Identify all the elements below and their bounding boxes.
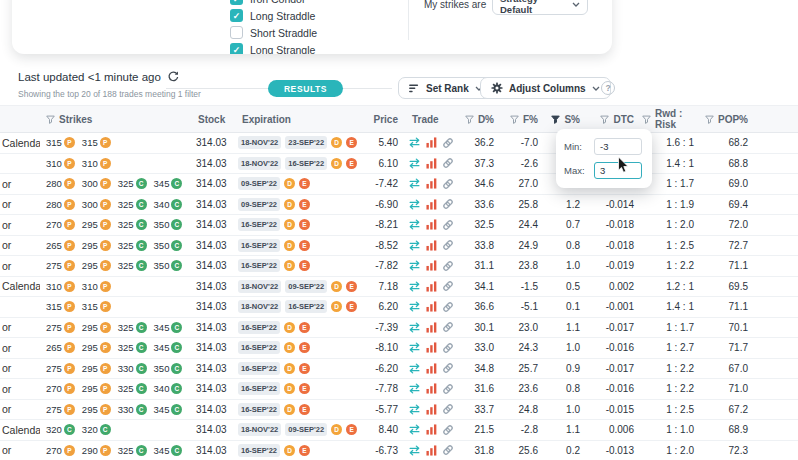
col-trade[interactable]: Trade [406,114,458,125]
table-row[interactable]: 315P315P 314.03 18-NOV'2216-SEP'22DE 6.2… [0,297,798,318]
table-row[interactable]: 310P310P 314.03 18-NOV'2216-SEP'22DE 6.1… [0,154,798,175]
chart-icon[interactable] [426,137,437,148]
chart-icon[interactable] [426,199,437,210]
table-row[interactable]: Calendar 310P310P 314.03 18-NOV'2209-SEP… [0,277,798,298]
help-icon[interactable]: ? [601,81,615,95]
link-icon[interactable] [442,137,454,149]
checkbox-unchecked-icon[interactable] [230,26,243,39]
strategy-checkbox-item[interactable]: ✓Iron Condor [230,0,305,5]
link-icon[interactable] [442,178,454,190]
link-icon[interactable] [442,198,454,210]
col-expiration[interactable]: Expiration [236,114,362,125]
chart-icon[interactable] [426,219,437,230]
results-tab[interactable]: RESULTS [268,80,343,97]
link-icon[interactable] [442,219,454,231]
checkbox-checked-icon[interactable]: ✓ [230,43,243,54]
chart-icon[interactable] [426,342,437,353]
trade-swap-icon[interactable] [408,240,421,251]
filter-icon-active[interactable] [551,115,560,124]
link-icon[interactable] [442,403,454,415]
table-row[interactable]: Calendar 315P315P 314.03 18-NOV'2223-SEP… [0,133,798,154]
link-icon[interactable] [442,362,454,374]
trade-swap-icon[interactable] [408,363,421,374]
link-icon[interactable] [442,383,454,395]
trade-swap-icon[interactable] [408,199,421,210]
min-input[interactable]: -3 [594,138,642,155]
table-row[interactable]: or 270P295P325C340C 314.03 16-SEP'22DE -… [0,379,798,400]
strikes-default-dropdown[interactable]: Strategy Default [492,0,588,15]
table-row[interactable]: or 275P295P330C345C 314.03 16-SEP'22DE -… [0,400,798,421]
col-d-pct[interactable]: D% [458,114,502,125]
chart-icon[interactable] [426,322,437,333]
link-icon[interactable] [442,321,454,333]
link-icon[interactable] [442,157,454,169]
chart-icon[interactable] [426,301,437,312]
table-row[interactable]: or 270P295P325C350C 314.03 16-SEP'22DE -… [0,215,798,236]
trade-swap-icon[interactable] [408,158,421,169]
table-row[interactable]: or 275P295P330C350C 314.03 16-SEP'22DE -… [0,359,798,380]
put-badge: P [64,199,75,210]
trade-swap-icon[interactable] [408,383,421,394]
chart-icon[interactable] [426,260,437,271]
link-icon[interactable] [442,239,454,251]
link-icon[interactable] [442,260,454,272]
table-row[interactable]: or 280P300P325C345C 314.03 09-SEP'22DE -… [0,174,798,195]
trade-swap-icon[interactable] [408,178,421,189]
trade-swap-icon[interactable] [408,445,421,456]
expiration-badge: 16-SEP'22 [238,444,280,457]
trade-swap-icon[interactable] [408,322,421,333]
table-row[interactable]: or 275P295P325C345C 314.03 16-SEP'22DE -… [0,318,798,339]
chart-icon[interactable] [426,383,437,394]
filter-icon[interactable] [705,115,714,124]
refresh-icon[interactable] [167,71,179,83]
link-icon[interactable] [442,342,454,354]
table-row[interactable]: or 280P300P325C340C 314.03 09-SEP'22DE -… [0,195,798,216]
col-rwd-risk[interactable]: Rwd : Risk [642,108,706,130]
chart-icon[interactable] [426,424,437,435]
trade-swap-icon[interactable] [408,342,421,353]
strategy-checkbox-item[interactable]: ✓Long Strangle [230,43,315,54]
link-icon[interactable] [442,424,454,436]
link-icon[interactable] [442,280,454,292]
chart-icon[interactable] [426,178,437,189]
checkbox-checked-icon[interactable]: ✓ [230,0,243,5]
adjust-columns-button[interactable]: Adjust Columns [480,77,611,99]
table-row[interactable]: or 265P295P325C350C 314.03 16-SEP'22DE -… [0,236,798,257]
col-stock[interactable]: Stock [192,114,236,125]
col-price[interactable]: Price [362,114,406,125]
trade-swap-icon[interactable] [408,424,421,435]
trade-swap-icon[interactable] [408,281,421,292]
strategy-checkbox-item[interactable]: Short Straddle [230,26,317,39]
trade-swap-icon[interactable] [408,219,421,230]
checkbox-checked-icon[interactable]: ✓ [230,9,243,22]
filter-icon[interactable] [465,115,474,124]
filter-icon[interactable] [600,115,609,124]
filter-icon[interactable] [642,115,651,124]
chart-icon[interactable] [426,240,437,251]
strategy-checkbox-item[interactable]: ✓Long Straddle [230,9,315,22]
chart-icon[interactable] [426,445,437,456]
trade-swap-icon[interactable] [408,404,421,415]
filter-icon[interactable] [46,115,55,124]
earnings-flag-icon: E [299,383,310,394]
chart-icon[interactable] [426,281,437,292]
table-row[interactable]: or 265P295P325C345C 314.03 16-SEP'22DE -… [0,338,798,359]
col-s-pct[interactable]: S% [546,114,588,125]
trade-swap-icon[interactable] [408,137,421,148]
col-dtc[interactable]: DTC [588,114,642,125]
col-pop-pct[interactable]: POP% [706,114,756,125]
col-f-pct[interactable]: F% [502,114,546,125]
link-icon[interactable] [442,444,454,456]
chart-icon[interactable] [426,404,437,415]
link-icon[interactable] [442,301,454,313]
trade-swap-icon[interactable] [408,260,421,271]
chart-icon[interactable] [426,363,437,374]
table-row[interactable]: Calendar 320C320C 314.03 18-NOV'2209-SEP… [0,420,798,441]
col-strikes[interactable]: Strikes [40,114,192,125]
stock-cell: 314.03 [192,281,236,292]
trade-swap-icon[interactable] [408,301,421,312]
filter-icon[interactable] [510,115,519,124]
table-row[interactable]: or 270P290P325C345C 314.03 16-SEP'22DE -… [0,441,798,460]
table-row[interactable]: or 275P295P325C350C 314.03 16-SEP'22DE -… [0,256,798,277]
chart-icon[interactable] [426,158,437,169]
